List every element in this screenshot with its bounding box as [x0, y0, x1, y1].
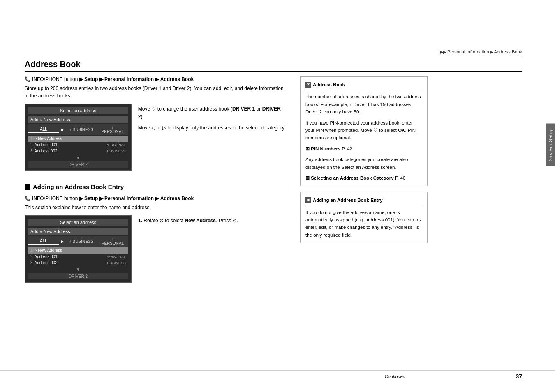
info-box-1-title-text: Address Book [313, 81, 345, 88]
screen-entry-1-3: 3 Address 002 BUSINESS [28, 148, 128, 154]
entry-num-1-3: 3 [30, 149, 33, 153]
footer-page-number: 37 [516, 373, 522, 380]
screen-section1: Select an address Add a New Address ALL … [25, 104, 288, 174]
entry-badge-2-3: BUSINESS [107, 261, 126, 265]
screen-entry-2-1: 1 > New Address [28, 247, 128, 254]
entry-name-1-2: Address 001 [35, 143, 106, 147]
info-box-1-para-5: ⊠ Selecting an Address Book Category P. … [305, 174, 422, 182]
subsection-nav-path: 📞 INFO/PHONE button ▶ Setup ▶ Personal I… [25, 196, 288, 201]
phone-icon: 📞 [25, 76, 31, 82]
screen-tab-arrow-1: ▶ [59, 127, 66, 133]
info-box-1-para-3: ⊠ PIN Numbers P. 42 [305, 145, 422, 152]
subsection-title: Adding an Address Book Entry [25, 183, 288, 192]
info-box-2-title: ✖ Adding an Address Book Entry [305, 196, 422, 206]
entry-num-2-3: 3 [30, 261, 33, 265]
entry-name-2-1: > New Address [35, 248, 126, 253]
info-icon-1: ✖ [305, 82, 311, 88]
screen-tab-business-1: ♪ BUSINESS [66, 127, 97, 133]
info-box-1-para-1: The number of addresses is shared by the… [305, 93, 422, 115]
side-tab: System Setup [546, 123, 555, 166]
footer: Continued 37 [0, 370, 555, 380]
breadcrumb-arrow2: ▶ [490, 50, 493, 54]
screen-tab-all-1: ALL [28, 126, 59, 133]
screen-tabs-2: ALL ▶ ♪ BUSINESS ♪ PERSONAL [28, 236, 128, 247]
step-1-text: 1. Rotate ⊙ to select New Address. Press… [138, 217, 238, 225]
section-description: Store up to 200 address entries in two a… [25, 85, 288, 99]
subsection-title-text: Adding an Address Book Entry [33, 183, 124, 190]
breadcrumb: ▶▶ Personal Information ▶ Address Book [440, 49, 522, 54]
subsection-description: This section explains how to enter the n… [25, 204, 288, 211]
entry-num-1-2: 2 [30, 143, 33, 147]
footer-continued: Continued [274, 374, 516, 379]
screen-section2: Select an address Add a New Address ALL … [25, 215, 288, 286]
top-rule [25, 59, 522, 59]
section-title: Address Book [25, 60, 522, 72]
screen-tab-personal-1: ♪ PERSONAL [97, 124, 128, 135]
entry-num-2-2: 2 [30, 254, 33, 259]
subsection-adding: Adding an Address Book Entry 📞 INFO/PHON… [25, 183, 288, 286]
screen-arrow-row-1: ▼ [28, 154, 128, 161]
screen-tab-arrow-2: ▶ [59, 238, 66, 244]
arrow-down-2: ▼ [76, 267, 81, 272]
info-box-2-title-text: Adding an Address Book Entry [313, 196, 383, 204]
breadcrumb-item-2: Address Book [494, 49, 522, 54]
screen-entry-2-2: 2 Address 001 PERSONAL [28, 254, 128, 260]
arrow-down-1: ▼ [76, 155, 81, 161]
screen-tabs-1: ALL ▶ ♪ BUSINESS ♪ PERSONAL [28, 124, 128, 135]
entry-name-2-2: Address 001 [35, 254, 106, 259]
section-nav-path: 📞 INFO/PHONE button ▶ Setup ▶ Personal I… [25, 76, 288, 82]
screen-entry-1-2: 2 Address 001 PERSONAL [28, 142, 128, 148]
page-container: ▶▶ Personal Information ▶ Address Book S… [0, 0, 555, 392]
screen-tab-all-2: ALL [28, 238, 59, 245]
move-descriptions: Move ♡ to change the user address book (… [138, 105, 288, 132]
info-icon-2: ✖ [305, 197, 311, 203]
screen-title-1: Select an address [28, 107, 128, 114]
screen-tab-personal-2: ♪ PERSONAL [97, 236, 128, 247]
breadcrumb-item-1: Personal Information [447, 49, 489, 54]
info-box-2: ✖ Adding an Address Book Entry If you do… [300, 192, 428, 243]
info-box-1-para-2: If you have PIN-protected your address b… [305, 119, 422, 142]
screen-arrow-row-2: ▼ [28, 266, 128, 273]
subsection-square [25, 184, 30, 190]
info-box-1-title: ✖ Address Book [305, 81, 422, 90]
screen-driver-1: DRIVER 2 [28, 161, 128, 168]
entry-badge-1-2: PERSONAL [106, 143, 126, 147]
nav-text: INFO/PHONE button ▶ Setup ▶ Personal Inf… [32, 76, 194, 82]
entry-num-1-1: 1 [30, 136, 33, 141]
entry-name-1-1: > New Address [35, 136, 126, 141]
move-desc-2: Move ◁ or ▷ to display only the addresse… [138, 124, 288, 132]
subsection-nav-text: INFO/PHONE button ▶ Setup ▶ Personal Inf… [32, 196, 194, 201]
screen-mockup-2: Select an address Add a New Address ALL … [25, 215, 132, 283]
screen-tab-business-2: ♪ BUSINESS [66, 238, 97, 244]
screen-title-2: Select an address [28, 219, 128, 226]
screen-entry-1-1: 1 > New Address [28, 136, 128, 142]
entry-name-1-3: Address 002 [35, 149, 107, 153]
screen-driver-2: DRIVER 2 [28, 273, 128, 279]
screen-mockup-1: Select an address Add a New Address ALL … [25, 104, 132, 171]
phone-icon-2: 📞 [25, 196, 31, 201]
right-column: ✖ Address Book The number of addresses i… [300, 76, 428, 290]
screen-entry-2-3: 3 Address 002 BUSINESS [28, 260, 128, 266]
info-box-2-text: If you do not give the address a name, o… [305, 209, 422, 239]
screen-new-address-2: Add a New Address [28, 228, 128, 235]
entry-badge-2-2: PERSONAL [106, 255, 126, 259]
entry-num-2-1: 1 [30, 248, 33, 253]
entry-name-2-3: Address 002 [35, 261, 107, 265]
move-desc-1: Move ♡ to change the user address book (… [138, 105, 288, 121]
breadcrumb-arrow1: ▶▶ [440, 50, 446, 54]
entry-badge-1-3: BUSINESS [107, 149, 126, 153]
info-box-1: ✖ Address Book The number of addresses i… [300, 76, 428, 186]
info-box-1-para-4: Any address book categories you create a… [305, 156, 422, 171]
step-descriptions: 1. Rotate ⊙ to select New Address. Press… [138, 217, 238, 225]
screen-new-address-1: Add a New Address [28, 116, 128, 123]
